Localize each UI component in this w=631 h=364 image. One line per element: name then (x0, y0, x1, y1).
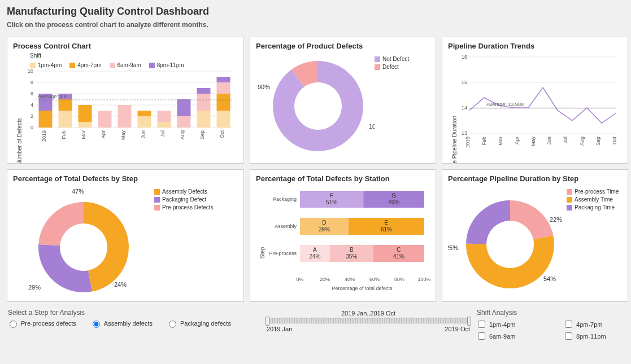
svg-rect-19 (79, 122, 92, 128)
svg-text:24%: 24% (114, 281, 127, 288)
svg-text:39%: 39% (319, 226, 330, 233)
duration-by-step-donut: 22%54%25% (448, 185, 567, 298)
card-product-defects: Percentage of Product Defects 90%10% Not… (250, 37, 436, 164)
step-select-label: Select a Step for Analysis (7, 309, 86, 317)
svg-text:Feb: Feb (481, 137, 487, 146)
time-range-slider[interactable]: 2019 Jan..2019 Oct 2019 Jan 2019 Oct (267, 309, 470, 341)
card-defects-by-step: Percentage of Total Defects by Step 47%2… (7, 169, 244, 302)
svg-text:Average: 13.988: Average: 13.988 (486, 102, 524, 107)
page-subtitle: Click on the process control chart to an… (7, 21, 624, 29)
svg-rect-15 (59, 111, 72, 128)
defects-by-station-chart: PackagingF51%G49%AssemblyD39%E61%Pre-pro… (256, 185, 431, 298)
svg-text:Feb: Feb (61, 130, 67, 139)
svg-text:Aug: Aug (579, 137, 585, 146)
svg-text:0%: 0% (296, 277, 303, 282)
slider-thumb-min[interactable] (266, 317, 269, 326)
svg-text:22%: 22% (550, 216, 562, 223)
svg-text:Percentage of total defects: Percentage of total defects (332, 286, 393, 291)
svg-text:May: May (530, 137, 536, 147)
svg-text:Oct: Oct (612, 137, 617, 145)
svg-rect-22 (98, 111, 112, 128)
svg-text:13: 13 (462, 130, 467, 136)
svg-rect-41 (217, 82, 230, 94)
svg-rect-40 (217, 94, 230, 111)
product-defects-donut: 90%10% (256, 52, 375, 160)
shift-analysis-group: Shift Analysis 1pm-4pm 4pm-7pm 6am-9am 8… (476, 309, 631, 341)
svg-text:47%: 47% (72, 188, 84, 195)
svg-text:D: D (322, 220, 326, 226)
svg-rect-32 (177, 116, 191, 128)
card-duration-by-step: Percentage Pipeline Duration by Step 22%… (442, 169, 628, 302)
radio-preprocess[interactable]: Pre-process defects (7, 319, 76, 328)
card-title: Percentage of Product Defects (256, 42, 430, 50)
svg-text:Mar: Mar (81, 130, 86, 139)
svg-text:Apr: Apr (101, 130, 106, 138)
svg-rect-36 (197, 94, 211, 111)
svg-text:Jul: Jul (563, 137, 568, 143)
slider-thumb-max[interactable] (467, 317, 471, 326)
svg-rect-35 (197, 111, 211, 128)
svg-text:Oct: Oct (219, 130, 225, 139)
svg-text:29%: 29% (28, 284, 41, 291)
y-axis-label: Average Pipeline Duration (451, 116, 458, 164)
svg-text:Assembly: Assembly (275, 223, 297, 229)
shift-analysis-label: Shift Analysis (476, 309, 518, 317)
card-process-control: Process Control Chart Shift 1pm-4pm 4pm-… (7, 37, 244, 164)
svg-text:Jun: Jun (140, 130, 146, 139)
svg-rect-39 (217, 111, 230, 128)
svg-text:14: 14 (462, 105, 467, 111)
svg-text:Aug: Aug (180, 130, 185, 139)
svg-text:A: A (313, 247, 317, 253)
svg-rect-24 (118, 105, 132, 128)
pipeline-trends-chart: 13141516Average: 13.9882019FebMarAprMayJ… (448, 52, 623, 157)
svg-rect-26 (138, 116, 151, 128)
svg-text:0: 0 (31, 125, 33, 130)
svg-text:B: B (350, 247, 354, 253)
svg-text:49%: 49% (388, 199, 399, 205)
svg-text:80%: 80% (394, 277, 404, 282)
svg-rect-37 (197, 88, 211, 94)
svg-text:Average: 4.9: Average: 4.9 (38, 94, 67, 99)
chk-6am-9am[interactable]: 6am-9am (476, 331, 547, 341)
card-title: Pipeline Duration Trends (448, 42, 622, 50)
svg-text:6: 6 (31, 91, 33, 97)
svg-text:G: G (391, 192, 396, 199)
svg-rect-33 (177, 99, 191, 116)
svg-text:41%: 41% (393, 253, 404, 260)
y-axis-label: Number of Defects (16, 118, 23, 164)
radio-assembly[interactable]: Assembly defects (90, 319, 153, 328)
svg-rect-27 (138, 111, 151, 116)
svg-text:F: F (330, 192, 333, 199)
svg-text:Pre-process: Pre-process (269, 251, 297, 256)
svg-rect-16 (59, 99, 72, 111)
svg-text:Packaging: Packaging (273, 196, 297, 202)
svg-text:40%: 40% (345, 277, 355, 282)
svg-text:Jul: Jul (160, 130, 166, 137)
defects-by-step-donut: 47%29%24% (13, 185, 154, 298)
svg-text:Sep: Sep (595, 137, 601, 146)
chk-8pm-11pm[interactable]: 8pm-11pm (563, 331, 631, 341)
svg-text:4: 4 (31, 102, 33, 108)
svg-rect-20 (79, 105, 92, 122)
svg-text:10: 10 (28, 68, 33, 74)
svg-rect-42 (217, 77, 230, 82)
svg-text:35%: 35% (346, 253, 357, 260)
svg-text:16: 16 (462, 54, 467, 60)
process-control-chart[interactable]: 02468102019FebMarAprMayJunJulAugSepOctAv… (13, 68, 239, 150)
legend: Not Defect Defect (375, 56, 409, 160)
svg-text:100%: 100% (417, 277, 430, 282)
chk-1pm-4pm[interactable]: 1pm-4pm (476, 319, 547, 330)
svg-text:Jun: Jun (546, 137, 552, 145)
svg-text:C: C (397, 247, 401, 253)
chk-4pm-7pm[interactable]: 4pm-7pm (563, 319, 631, 330)
radio-packaging[interactable]: Packaging defects (166, 319, 231, 328)
legend: Assembly Defects Packaging Defect Pre-pr… (154, 188, 214, 298)
svg-text:2: 2 (31, 113, 33, 119)
card-title: Percentage of Total Defects by Step (13, 174, 238, 183)
svg-text:May: May (120, 130, 126, 141)
card-title: Percentage Pipeline Duration by Step (448, 174, 622, 183)
y-axis-label: Step (259, 247, 266, 259)
svg-text:2019: 2019 (41, 130, 47, 142)
svg-text:24%: 24% (309, 253, 320, 260)
svg-text:E: E (385, 220, 389, 226)
